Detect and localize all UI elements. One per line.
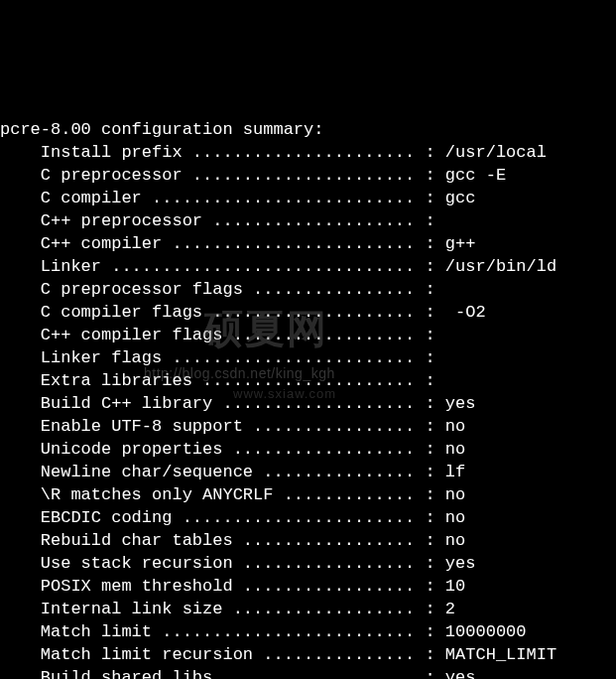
- config-row: C compiler flags .................... : …: [0, 301, 616, 324]
- config-row: \R matches only ANYCRLF ............. : …: [0, 483, 616, 506]
- config-row: Build C++ library ................... : …: [0, 392, 616, 415]
- config-row: POSIX mem threshold ................. : …: [0, 575, 616, 598]
- config-row: Linker flags ........................ :: [0, 346, 616, 369]
- terminal-output: pcre-8.00 configuration summary: Install…: [0, 114, 616, 679]
- config-row: C preprocessor flags ................ :: [0, 278, 616, 301]
- config-row: Install prefix ...................... : …: [0, 141, 616, 164]
- config-row: Unicode properties .................. : …: [0, 438, 616, 461]
- config-row: Use stack recursion ................. : …: [0, 552, 616, 575]
- config-row: Build shared libs ................... : …: [0, 666, 616, 679]
- config-row: Linker .............................. : …: [0, 255, 616, 278]
- config-row: C compiler .......................... : …: [0, 187, 616, 209]
- config-row: Newline char/sequence ............... : …: [0, 461, 616, 483]
- config-row: Extra libraries ..................... :: [0, 369, 616, 392]
- config-row: C++ compiler ........................ : …: [0, 232, 616, 255]
- config-row: Match limit recursion ............... : …: [0, 643, 616, 666]
- config-row: C++ preprocessor .................... :: [0, 209, 616, 232]
- config-row: C preprocessor ...................... : …: [0, 164, 616, 187]
- config-row: Rebuild char tables ................. : …: [0, 529, 616, 552]
- config-row: Internal link size .................. : …: [0, 598, 616, 620]
- config-row: EBCDIC coding ....................... : …: [0, 506, 616, 529]
- config-row: C++ compiler flags .................. :: [0, 324, 616, 346]
- config-row: Enable UTF-8 support ................ : …: [0, 415, 616, 438]
- config-row: Match limit ......................... : …: [0, 620, 616, 643]
- config-title: pcre-8.00 configuration summary:: [0, 118, 616, 141]
